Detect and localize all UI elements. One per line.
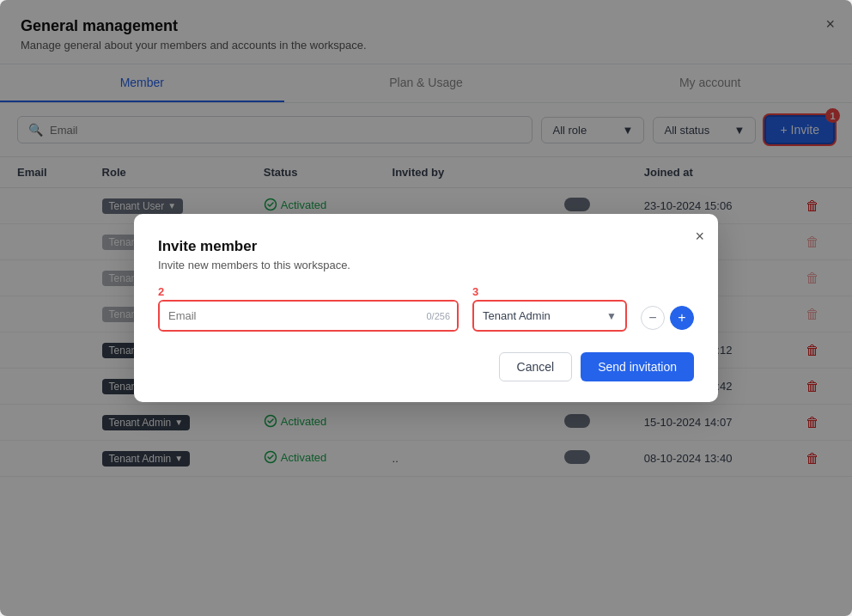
role-column: 3 Tenant Admin Tenant User ▼ <box>472 285 627 332</box>
remove-row-button[interactable]: − <box>641 306 665 330</box>
invite-modal: × Invite member Invite new members to th… <box>134 214 718 402</box>
main-panel: General management Manage general about … <box>0 0 852 616</box>
add-row-button[interactable]: + <box>670 306 694 330</box>
modal-actions: Cancel Send invitation <box>158 352 694 381</box>
email-field-wrap: 0/256 <box>158 300 459 332</box>
role-select[interactable]: Tenant Admin Tenant User <box>474 302 606 330</box>
email-column: 2 0/256 <box>158 285 459 332</box>
modal-title: Invite member <box>158 238 694 255</box>
role-select-wrap: Tenant Admin Tenant User ▼ <box>472 300 627 332</box>
row-controls: − + <box>641 285 694 332</box>
send-invitation-button[interactable]: Send invitation <box>581 352 694 381</box>
modal-close-button[interactable]: × <box>695 228 704 246</box>
modal-overlay: × Invite member Invite new members to th… <box>0 0 852 616</box>
cancel-button[interactable]: Cancel <box>499 352 573 381</box>
chevron-down-icon: ▼ <box>606 310 625 322</box>
email-field[interactable] <box>160 302 457 330</box>
step-2-label: 2 <box>158 285 459 298</box>
step-3-label: 3 <box>472 285 627 298</box>
char-count: 0/256 <box>426 311 450 321</box>
modal-subtitle: Invite new members to this workspace. <box>158 259 694 271</box>
